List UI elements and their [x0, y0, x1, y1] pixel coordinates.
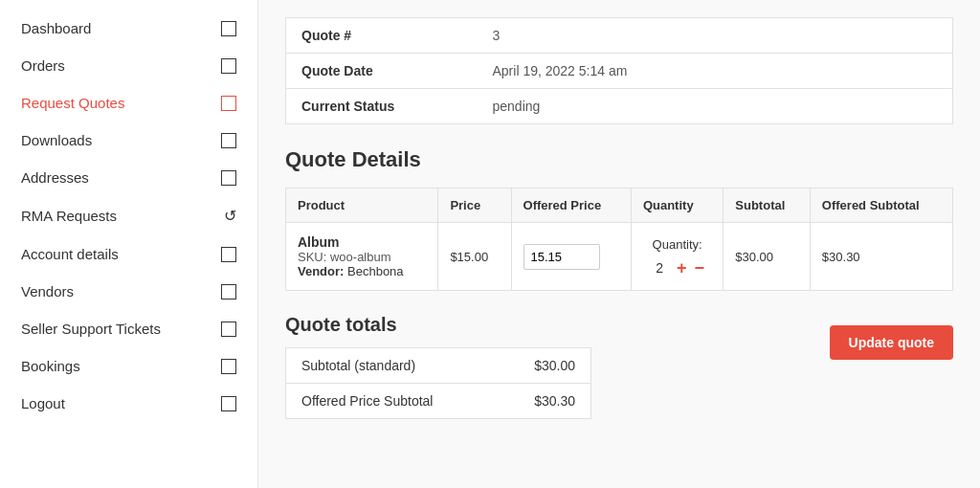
col-quantity: Quantity [631, 189, 723, 223]
quote-date-value: April 19, 2022 5:14 am [478, 54, 953, 89]
quote-totals-section: Quote totals Subtotal (standard) $30.00 … [285, 314, 953, 419]
subtotal-standard-value: $30.00 [498, 348, 591, 384]
table-header-row: Product Price Offered Price Quantity Sub… [286, 189, 953, 223]
sidebar-item-addresses[interactable]: Addresses [0, 159, 257, 196]
sidebar-item-dashboard[interactable]: Dashboard [0, 10, 257, 47]
square-icon [221, 21, 236, 36]
sidebar-item-request-quotes[interactable]: Request Quotes [0, 84, 257, 122]
sidebar-item-vendors[interactable]: Vendors [0, 273, 257, 310]
current-status-value: pending [478, 89, 953, 124]
totals-left: Quote totals Subtotal (standard) $30.00 … [285, 314, 830, 419]
offered-price-input[interactable] [523, 244, 600, 270]
table-row: Album SKU: woo-album Vendor: Bechbona $1… [286, 223, 953, 291]
totals-right: Update quote [830, 314, 953, 360]
square-icon [221, 133, 236, 148]
price-cell: $15.00 [438, 223, 511, 291]
table-row: Current Status pending [286, 89, 953, 124]
current-status-label: Current Status [286, 89, 478, 124]
col-offered-price: Offered Price [511, 189, 631, 223]
quote-number-value: 3 [478, 18, 953, 54]
update-quote-button[interactable]: Update quote [830, 325, 953, 360]
table-row: Offered Price Subtotal $30.30 [286, 384, 591, 419]
product-sku: SKU: woo-album [298, 250, 426, 264]
offered-price-cell [511, 223, 631, 291]
subtotal-cell: $30.00 [724, 223, 811, 291]
totals-table: Subtotal (standard) $30.00 Offered Price… [285, 347, 591, 419]
sidebar-item-seller-support-tickets[interactable]: Seller Support Tickets [0, 310, 257, 347]
quantity-label: Quantity: [653, 237, 702, 252]
square-icon [221, 247, 236, 262]
quantity-decrease-button[interactable]: − [695, 259, 705, 277]
col-product: Product [286, 189, 438, 223]
col-price: Price [438, 189, 511, 223]
subtotal-standard-label: Subtotal (standard) [286, 348, 498, 384]
rotate-icon: ↺ [224, 207, 236, 225]
sidebar-item-downloads[interactable]: Downloads [0, 122, 257, 159]
quote-details-table: Product Price Offered Price Quantity Sub… [285, 188, 953, 291]
offered-subtotal-cell: $30.30 [810, 223, 952, 291]
main-content: Quote # 3 Quote Date April 19, 2022 5:14… [258, 0, 980, 488]
table-row: Subtotal (standard) $30.00 [286, 348, 591, 384]
square-icon [221, 396, 236, 411]
square-icon [221, 96, 236, 111]
vendor-label: Vendor: [298, 264, 344, 278]
square-icon [221, 170, 236, 186]
quantity-value: 2 [650, 260, 669, 276]
table-row: Quote # 3 [286, 18, 953, 54]
sidebar-item-rma-requests[interactable]: RMA Requests ↺ [0, 196, 257, 235]
quantity-increase-button[interactable]: + [677, 259, 687, 277]
square-icon [221, 322, 236, 337]
quote-info-table: Quote # 3 Quote Date April 19, 2022 5:14… [285, 17, 953, 124]
table-row: Quote Date April 19, 2022 5:14 am [286, 54, 953, 89]
sidebar-item-account-details[interactable]: Account details [0, 235, 257, 273]
quote-number-label: Quote # [286, 18, 478, 54]
square-icon [221, 359, 236, 374]
col-subtotal: Subtotal [724, 189, 811, 223]
col-offered-subtotal: Offered Subtotal [810, 189, 952, 223]
square-icon [221, 58, 236, 74]
product-name: Album [298, 234, 426, 250]
product-vendor: Vendor: Bechbona [298, 264, 426, 278]
sidebar-item-orders[interactable]: Orders [0, 47, 257, 84]
vendor-name: Bechbona [347, 264, 404, 278]
quote-totals-title: Quote totals [285, 314, 830, 336]
offered-price-subtotal-label: Offered Price Subtotal [286, 384, 498, 419]
sidebar-item-bookings[interactable]: Bookings [0, 347, 257, 385]
sidebar-item-logout[interactable]: Logout [0, 385, 257, 422]
quote-date-label: Quote Date [286, 54, 478, 89]
offered-price-subtotal-value: $30.30 [498, 384, 591, 419]
quote-details-title: Quote Details [285, 147, 953, 172]
product-cell: Album SKU: woo-album Vendor: Bechbona [286, 223, 438, 291]
sidebar: Dashboard Orders Request Quotes Download… [0, 0, 258, 488]
quantity-cell: Quantity: 2 + − [631, 223, 723, 291]
square-icon [221, 284, 236, 299]
